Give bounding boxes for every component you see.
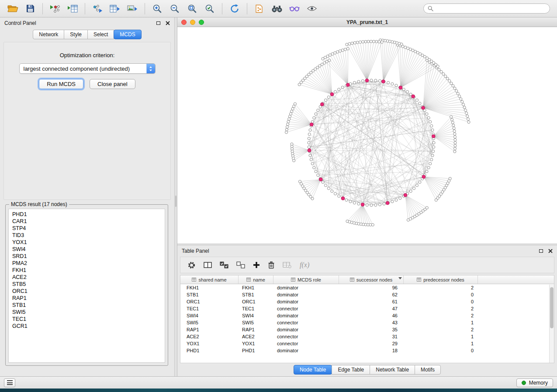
mcds-result-item[interactable]: FKH1	[9, 267, 165, 274]
column-header-successor-nodes[interactable]: successor nodes	[339, 275, 404, 284]
mcds-result-item[interactable]: STP4	[9, 225, 165, 232]
maximize-window-icon[interactable]	[199, 20, 204, 25]
table-panel-header: Table Panel	[177, 245, 557, 257]
glasses-icon	[289, 5, 300, 12]
mcds-result-item[interactable]: RAP1	[9, 295, 165, 302]
mcds-result-item[interactable]: PHD1	[9, 211, 165, 218]
run-mcds-button[interactable]: Run MCDS	[39, 79, 83, 89]
splitter-grip[interactable]	[175, 196, 176, 207]
mcds-result-title: MCDS result (17 nodes)	[9, 201, 69, 207]
network-canvas[interactable]	[177, 27, 557, 244]
close-panel-icon[interactable]	[166, 21, 170, 25]
show-columns-button[interactable]	[204, 259, 212, 271]
table-row[interactable]: ORC1ORC1dominator610	[180, 298, 554, 305]
unselect-all-columns-button[interactable]	[236, 259, 245, 271]
table-scrollbar[interactable]	[549, 285, 554, 363]
sort-menu-icon[interactable]	[398, 277, 402, 279]
table-row[interactable]: RAP1RAP1dominator352	[180, 326, 554, 333]
tab-select[interactable]: Select	[87, 30, 114, 39]
mcds-result-item[interactable]: YOX1	[9, 239, 165, 246]
table-row[interactable]: SWI5SWI5connector431	[180, 319, 554, 326]
mcds-result-item[interactable]: CAR1	[9, 218, 165, 225]
hide-details-button[interactable]	[286, 2, 303, 16]
table-row[interactable]: TEC1TEC1connector472	[180, 305, 554, 312]
table-row[interactable]: YOX1YOX1connector291	[180, 340, 554, 347]
import-network-button[interactable]	[47, 2, 63, 16]
column-settings-button[interactable]	[187, 259, 196, 271]
float-table-panel-icon[interactable]	[539, 249, 543, 253]
save-session-button[interactable]	[22, 2, 38, 16]
column-label: MCDS role	[298, 277, 321, 282]
search-input[interactable]	[436, 6, 546, 12]
share-document-button[interactable]	[251, 2, 268, 16]
show-details-button[interactable]	[304, 2, 320, 16]
tab-mcds[interactable]: MCDS	[114, 30, 141, 39]
tab-motifs[interactable]: Motifs	[415, 365, 441, 375]
table-column-icon	[291, 277, 295, 282]
zoom-in-button[interactable]	[149, 2, 166, 16]
mcds-result-item[interactable]: ACE2	[9, 274, 165, 281]
table-cell: 2	[404, 285, 478, 290]
zoom-selected-button[interactable]	[201, 2, 218, 16]
table-column-icon	[417, 277, 421, 282]
table-tab-bar: Node TableEdge TableNetwork TableMotifs	[177, 363, 557, 376]
network-window-titlebar: YPA_prune.txt_1	[177, 17, 557, 27]
refresh-layout-button[interactable]	[226, 2, 243, 16]
delete-column-button[interactable]	[268, 259, 275, 271]
close-table-panel-icon[interactable]	[548, 249, 553, 253]
float-panel-icon[interactable]	[156, 21, 160, 25]
table-row[interactable]: STB1STB1dominator620	[180, 291, 554, 298]
mcds-result-item[interactable]: ORC1	[9, 288, 165, 295]
tab-edge-table[interactable]: Edge Table	[332, 365, 370, 375]
mcds-result-item[interactable]: TEC1	[9, 316, 165, 323]
mcds-result-item[interactable]: PMA2	[9, 260, 165, 267]
mcds-result-item[interactable]: SWI5	[9, 309, 165, 316]
task-history-button[interactable]	[4, 378, 15, 387]
column-header-name[interactable]: name	[239, 275, 273, 284]
tab-network-table[interactable]: Network Table	[370, 365, 415, 375]
open-session-button[interactable]	[4, 2, 21, 16]
table-scrollbar-thumb[interactable]	[550, 287, 554, 328]
mcds-result-list[interactable]: PHD1CAR1STP4TID3YOX1SWI4SRD1PMA2FKH1ACE2…	[8, 209, 165, 363]
search-box[interactable]	[423, 3, 550, 14]
column-header-mcds-role[interactable]: MCDS role	[273, 275, 339, 284]
import-table-button[interactable]	[64, 2, 81, 16]
table-row[interactable]: ACE2ACE2connector311	[180, 333, 554, 340]
zoom-fit-icon	[187, 4, 197, 14]
mcds-result-item[interactable]: STB1	[9, 302, 165, 309]
export-image-button[interactable]	[124, 2, 141, 16]
select-all-icon	[220, 261, 228, 268]
column-header-predecessor-nodes[interactable]: predecessor nodes	[404, 275, 478, 284]
close-window-icon[interactable]	[181, 20, 187, 25]
column-header-shared-name[interactable]: shared name	[180, 275, 239, 284]
mcds-result-item[interactable]: STB5	[9, 281, 165, 288]
zoom-out-button[interactable]	[166, 2, 183, 16]
close-mcds-panel-button[interactable]: Close panel	[90, 79, 135, 89]
export-table-button[interactable]	[107, 2, 123, 16]
tab-style[interactable]: Style	[64, 30, 88, 39]
table-row[interactable]: PHD1PHD1dominator180	[180, 347, 554, 354]
minimize-window-icon[interactable]	[190, 20, 195, 25]
export-network-button[interactable]	[89, 2, 106, 16]
criterion-dropdown[interactable]: largest connected component (undirected)	[19, 63, 156, 74]
select-all-columns-button[interactable]	[220, 259, 228, 271]
table-row[interactable]: FKH1FKH1dominator962	[180, 284, 554, 291]
mcds-result-item[interactable]: GCR1	[9, 323, 165, 330]
function-builder-button[interactable]: f(x)	[300, 259, 309, 271]
content-area: Control Panel NetworkStyleSelectMCDS Opt…	[0, 17, 557, 376]
table-cell: STB1	[180, 292, 239, 297]
zoom-fit-button[interactable]	[184, 2, 201, 16]
mcds-result-item[interactable]: TID3	[9, 232, 165, 239]
mcds-result-item[interactable]: SRD1	[9, 253, 165, 260]
search-network-button[interactable]	[269, 2, 285, 16]
table-cell: ORC1	[239, 299, 273, 304]
delete-table-button[interactable]	[283, 259, 292, 271]
mcds-result-item[interactable]: SWI4	[9, 246, 165, 253]
table-cell: RAP1	[239, 327, 273, 332]
create-column-button[interactable]	[253, 259, 260, 271]
memory-button[interactable]: Memory	[516, 378, 553, 387]
tab-network[interactable]: Network	[33, 30, 64, 39]
tab-node-table[interactable]: Node Table	[294, 365, 332, 375]
vertical-splitter[interactable]	[175, 17, 177, 376]
table-row[interactable]: SWI4SWI4dominator462	[180, 312, 554, 319]
